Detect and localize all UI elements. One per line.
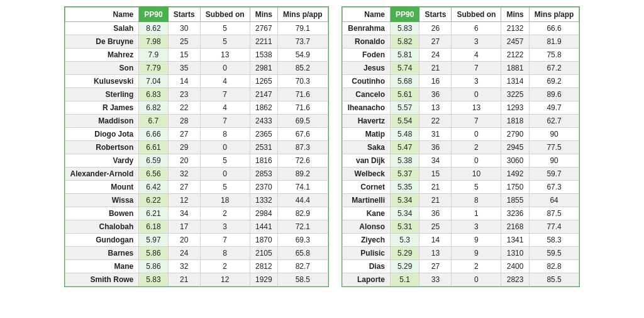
stat-cell: 30 [168,22,200,35]
stat-cell: 2370 [250,181,277,194]
stat-cell: 70.3 [277,75,328,88]
stat-cell: 2853 [250,168,277,181]
stat-cell: 8 [452,194,501,207]
table-row: Mane5.86322281282.7 [65,260,328,273]
table-row: Cancelo5.61360322589.6 [342,88,579,101]
stat-cell: 21 [419,62,452,75]
stat-cell: 66.6 [529,22,579,35]
table-row: Diogo Jota6.66278236567.6 [65,128,328,141]
stat-cell: 7 [200,88,250,101]
stat-cell: 3 [200,220,250,234]
stat-cell: 81.9 [529,35,579,48]
right-col-name: Name [342,8,390,22]
stat-cell: 2 [452,141,501,154]
stat-cell: 15 [168,48,200,62]
stat-cell: 72.6 [277,154,328,168]
player-name: Kulusevski [65,75,139,88]
stat-cell: 1929 [250,273,277,287]
player-name: Dias [342,260,390,273]
player-name: Ziyech [342,234,390,247]
table-row: Welbeck5.371510149259.7 [342,168,579,181]
stat-cell: 3 [452,75,501,88]
player-name: De Bruyne [65,35,139,48]
stat-cell: 36 [419,88,452,101]
player-name: Coutinho [342,75,390,88]
stat-cell: 2168 [501,220,529,234]
player-name: Wissa [65,194,139,207]
stat-cell: 77.4 [529,220,579,234]
stat-cell: 7 [452,62,501,75]
table-row: Chalobah6.18173144172.1 [65,220,328,234]
stat-cell: 2981 [250,62,277,75]
stat-cell: 64 [529,194,579,207]
pp90-value: 5.48 [391,128,419,141]
stat-cell: 1341 [501,234,529,247]
stat-cell: 2132 [501,22,529,35]
stat-cell: 27 [419,35,452,48]
stat-cell: 28 [168,115,200,128]
stat-cell: 2122 [501,48,529,62]
player-name: Martinelli [342,194,390,207]
stat-cell: 58.3 [529,234,579,247]
stat-cell: 2812 [250,260,277,273]
stat-cell: 16 [419,75,452,88]
stat-cell: 67.2 [529,62,579,75]
stat-cell: 9 [452,234,501,247]
stat-cell: 79.1 [277,22,328,35]
table-row: Laporte5.1330282385.5 [342,273,579,287]
stat-cell: 67.6 [277,128,328,141]
table-row: Kane5.34361323687.5 [342,207,579,220]
right-col-mins: Mins [501,8,529,22]
stat-cell: 2400 [501,260,529,273]
stat-cell: 62.7 [529,115,579,128]
player-name: Maddison [65,115,139,128]
pp90-value: 6.56 [139,168,168,181]
stat-cell: 1870 [250,234,277,247]
table-row: De Bruyne7.98255221173.7 [65,35,328,48]
stat-cell: 2767 [250,22,277,35]
pp90-value: 5.38 [391,154,419,168]
table-row: Pulisic5.29139131059.5 [342,247,579,260]
stat-cell: 7 [200,234,250,247]
stat-cell: 8 [200,128,250,141]
stat-cell: 2433 [250,115,277,128]
stat-cell: 49.7 [529,101,579,115]
stat-cell: 69.5 [277,115,328,128]
stat-cell: 8 [200,247,250,260]
pp90-value: 6.59 [139,154,168,168]
stat-cell: 20 [168,154,200,168]
table-row: Benrahma5.83266213266.6 [342,22,579,35]
stat-cell: 72.1 [277,220,328,234]
stat-cell: 5 [200,154,250,168]
table-row: Smith Rowe5.832112192958.5 [65,273,328,287]
stat-cell: 29 [168,141,200,154]
player-name: van Dijk [342,154,390,168]
stat-cell: 75.8 [529,48,579,62]
pp90-value: 5.57 [391,101,419,115]
pp90-value: 7.9 [139,48,168,62]
pp90-value: 5.34 [391,194,419,207]
right-table-container: Name PP90 Starts Subbed on Mins Mins p/a… [341,6,580,287]
pp90-value: 5.3 [391,234,419,247]
stat-cell: 69.2 [529,75,579,88]
left-col-mins: Mins [250,8,277,22]
stat-cell: 1881 [501,62,529,75]
left-header-row: Name PP90 Starts Subbed on Mins Mins p/a… [65,8,328,22]
stat-cell: 2 [200,260,250,273]
stat-cell: 24 [168,247,200,260]
stat-cell: 65.8 [277,247,328,260]
table-row: Robertson6.61290253187.3 [65,141,328,154]
right-col-mins-papp: Mins p/app [529,8,579,22]
table-row: R James6.82224186271.6 [65,101,328,115]
pp90-value: 5.82 [391,35,419,48]
stat-cell: 22 [168,101,200,115]
stat-cell: 3 [452,220,501,234]
player-name: Havertz [342,115,390,128]
stat-cell: 2457 [501,35,529,48]
table-row: Dias5.29272240082.8 [342,260,579,273]
left-col-starts: Starts [168,8,200,22]
player-name: Vardy [65,154,139,168]
stat-cell: 25 [168,35,200,48]
pp90-value: 5.83 [139,273,168,287]
pp90-value: 5.54 [391,115,419,128]
